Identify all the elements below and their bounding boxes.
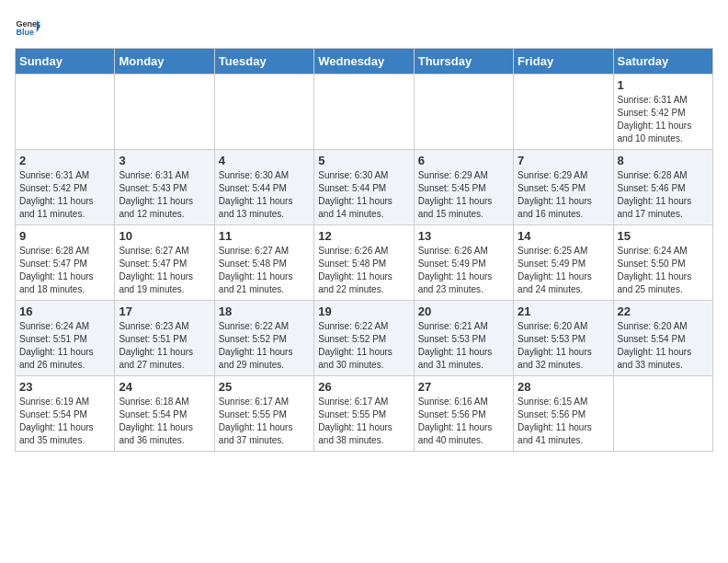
calendar-cell: 22Sunrise: 6:20 AM Sunset: 5:54 PM Dayli… bbox=[613, 301, 712, 376]
calendar-cell bbox=[414, 75, 513, 150]
weekday-header-tuesday: Tuesday bbox=[214, 49, 313, 75]
calendar-cell: 8Sunrise: 6:28 AM Sunset: 5:46 PM Daylig… bbox=[613, 150, 712, 225]
day-number: 10 bbox=[119, 229, 210, 243]
day-info: Sunrise: 6:28 AM Sunset: 5:46 PM Dayligh… bbox=[618, 169, 709, 221]
calendar-cell: 17Sunrise: 6:23 AM Sunset: 5:51 PM Dayli… bbox=[115, 301, 214, 376]
calendar-cell: 12Sunrise: 6:26 AM Sunset: 5:48 PM Dayli… bbox=[314, 225, 414, 301]
weekday-header-monday: Monday bbox=[115, 49, 214, 75]
calendar-cell bbox=[314, 75, 414, 150]
calendar-cell bbox=[115, 75, 214, 150]
day-number: 24 bbox=[119, 380, 210, 394]
calendar-cell: 21Sunrise: 6:20 AM Sunset: 5:53 PM Dayli… bbox=[514, 301, 613, 376]
day-info: Sunrise: 6:23 AM Sunset: 5:51 PM Dayligh… bbox=[119, 320, 210, 372]
day-info: Sunrise: 6:31 AM Sunset: 5:42 PM Dayligh… bbox=[19, 169, 110, 221]
day-info: Sunrise: 6:31 AM Sunset: 5:43 PM Dayligh… bbox=[119, 169, 210, 221]
day-number: 22 bbox=[618, 304, 709, 318]
calendar-cell: 10Sunrise: 6:27 AM Sunset: 5:47 PM Dayli… bbox=[115, 225, 214, 301]
calendar-cell: 16Sunrise: 6:24 AM Sunset: 5:51 PM Dayli… bbox=[16, 301, 115, 376]
week-row-5: 23Sunrise: 6:19 AM Sunset: 5:54 PM Dayli… bbox=[16, 376, 713, 452]
day-info: Sunrise: 6:24 AM Sunset: 5:51 PM Dayligh… bbox=[19, 320, 110, 372]
calendar-cell: 23Sunrise: 6:19 AM Sunset: 5:54 PM Dayli… bbox=[16, 376, 115, 452]
calendar-cell: 15Sunrise: 6:24 AM Sunset: 5:50 PM Dayli… bbox=[613, 225, 712, 301]
day-number: 20 bbox=[418, 304, 509, 318]
calendar-cell: 19Sunrise: 6:22 AM Sunset: 5:52 PM Dayli… bbox=[314, 301, 414, 376]
calendar-cell: 5Sunrise: 6:30 AM Sunset: 5:44 PM Daylig… bbox=[314, 150, 414, 225]
day-info: Sunrise: 6:29 AM Sunset: 5:45 PM Dayligh… bbox=[418, 169, 509, 221]
day-number: 7 bbox=[518, 154, 609, 167]
day-number: 23 bbox=[19, 380, 110, 394]
calendar-cell: 3Sunrise: 6:31 AM Sunset: 5:43 PM Daylig… bbox=[115, 150, 214, 225]
day-number: 27 bbox=[418, 380, 509, 394]
day-info: Sunrise: 6:18 AM Sunset: 5:54 PM Dayligh… bbox=[119, 396, 210, 447]
calendar-cell: 24Sunrise: 6:18 AM Sunset: 5:54 PM Dayli… bbox=[115, 376, 214, 452]
day-number: 11 bbox=[219, 229, 310, 243]
day-number: 25 bbox=[219, 380, 310, 394]
weekday-header-saturday: Saturday bbox=[613, 49, 712, 75]
day-info: Sunrise: 6:27 AM Sunset: 5:48 PM Dayligh… bbox=[219, 245, 310, 296]
week-row-3: 9Sunrise: 6:28 AM Sunset: 5:47 PM Daylig… bbox=[16, 225, 713, 301]
calendar-cell: 6Sunrise: 6:29 AM Sunset: 5:45 PM Daylig… bbox=[414, 150, 513, 225]
logo-icon: General Blue bbox=[15, 15, 40, 40]
weekday-header-sunday: Sunday bbox=[16, 49, 115, 75]
calendar-cell: 28Sunrise: 6:15 AM Sunset: 5:56 PM Dayli… bbox=[514, 376, 613, 452]
calendar-cell: 11Sunrise: 6:27 AM Sunset: 5:48 PM Dayli… bbox=[214, 225, 313, 301]
day-info: Sunrise: 6:29 AM Sunset: 5:45 PM Dayligh… bbox=[518, 169, 609, 221]
svg-text:Blue: Blue bbox=[16, 28, 34, 37]
day-info: Sunrise: 6:24 AM Sunset: 5:50 PM Dayligh… bbox=[618, 245, 709, 296]
day-number: 2 bbox=[19, 154, 110, 167]
day-info: Sunrise: 6:20 AM Sunset: 5:53 PM Dayligh… bbox=[518, 320, 609, 372]
week-row-4: 16Sunrise: 6:24 AM Sunset: 5:51 PM Dayli… bbox=[16, 301, 713, 376]
calendar-cell: 18Sunrise: 6:22 AM Sunset: 5:52 PM Dayli… bbox=[214, 301, 313, 376]
day-info: Sunrise: 6:21 AM Sunset: 5:53 PM Dayligh… bbox=[418, 320, 509, 372]
day-number: 9 bbox=[19, 229, 110, 243]
day-number: 6 bbox=[418, 154, 509, 167]
calendar-cell: 2Sunrise: 6:31 AM Sunset: 5:42 PM Daylig… bbox=[16, 150, 115, 225]
day-info: Sunrise: 6:26 AM Sunset: 5:48 PM Dayligh… bbox=[318, 245, 409, 296]
day-number: 18 bbox=[219, 304, 310, 318]
day-info: Sunrise: 6:31 AM Sunset: 5:42 PM Dayligh… bbox=[618, 94, 709, 145]
calendar-table: SundayMondayTuesdayWednesdayThursdayFrid… bbox=[15, 48, 713, 452]
day-number: 28 bbox=[518, 380, 609, 394]
day-number: 19 bbox=[318, 304, 409, 318]
day-number: 16 bbox=[19, 304, 110, 318]
weekday-header-wednesday: Wednesday bbox=[314, 49, 414, 75]
calendar-cell bbox=[214, 75, 313, 150]
day-info: Sunrise: 6:19 AM Sunset: 5:54 PM Dayligh… bbox=[19, 396, 110, 447]
logo: General Blue bbox=[15, 15, 40, 40]
calendar-cell: 4Sunrise: 6:30 AM Sunset: 5:44 PM Daylig… bbox=[214, 150, 313, 225]
weekday-header-friday: Friday bbox=[514, 49, 613, 75]
day-number: 3 bbox=[119, 154, 210, 167]
calendar-cell bbox=[514, 75, 613, 150]
week-row-1: 1Sunrise: 6:31 AM Sunset: 5:42 PM Daylig… bbox=[16, 75, 713, 150]
day-info: Sunrise: 6:22 AM Sunset: 5:52 PM Dayligh… bbox=[318, 320, 409, 372]
day-number: 4 bbox=[219, 154, 310, 167]
calendar-cell: 27Sunrise: 6:16 AM Sunset: 5:56 PM Dayli… bbox=[414, 376, 513, 452]
calendar-cell: 14Sunrise: 6:25 AM Sunset: 5:49 PM Dayli… bbox=[514, 225, 613, 301]
calendar-cell: 13Sunrise: 6:26 AM Sunset: 5:49 PM Dayli… bbox=[414, 225, 513, 301]
day-number: 13 bbox=[418, 229, 509, 243]
calendar-cell: 1Sunrise: 6:31 AM Sunset: 5:42 PM Daylig… bbox=[613, 75, 712, 150]
weekday-header-thursday: Thursday bbox=[414, 49, 513, 75]
day-number: 15 bbox=[618, 229, 709, 243]
day-info: Sunrise: 6:30 AM Sunset: 5:44 PM Dayligh… bbox=[219, 169, 310, 221]
weekday-header-row: SundayMondayTuesdayWednesdayThursdayFrid… bbox=[16, 49, 713, 75]
day-number: 8 bbox=[618, 154, 709, 167]
day-number: 12 bbox=[318, 229, 409, 243]
calendar-cell: 26Sunrise: 6:17 AM Sunset: 5:55 PM Dayli… bbox=[314, 376, 414, 452]
calendar-cell bbox=[613, 376, 712, 452]
day-info: Sunrise: 6:17 AM Sunset: 5:55 PM Dayligh… bbox=[219, 396, 310, 447]
day-info: Sunrise: 6:22 AM Sunset: 5:52 PM Dayligh… bbox=[219, 320, 310, 372]
calendar-cell bbox=[16, 75, 115, 150]
day-info: Sunrise: 6:25 AM Sunset: 5:49 PM Dayligh… bbox=[518, 245, 609, 296]
day-number: 5 bbox=[318, 154, 409, 167]
day-number: 26 bbox=[318, 380, 409, 394]
day-info: Sunrise: 6:27 AM Sunset: 5:47 PM Dayligh… bbox=[119, 245, 210, 296]
week-row-2: 2Sunrise: 6:31 AM Sunset: 5:42 PM Daylig… bbox=[16, 150, 713, 225]
calendar-cell: 7Sunrise: 6:29 AM Sunset: 5:45 PM Daylig… bbox=[514, 150, 613, 225]
day-number: 17 bbox=[119, 304, 210, 318]
day-number: 14 bbox=[518, 229, 609, 243]
day-number: 1 bbox=[618, 78, 709, 92]
day-info: Sunrise: 6:17 AM Sunset: 5:55 PM Dayligh… bbox=[318, 396, 409, 447]
calendar-cell: 9Sunrise: 6:28 AM Sunset: 5:47 PM Daylig… bbox=[16, 225, 115, 301]
calendar-cell: 20Sunrise: 6:21 AM Sunset: 5:53 PM Dayli… bbox=[414, 301, 513, 376]
